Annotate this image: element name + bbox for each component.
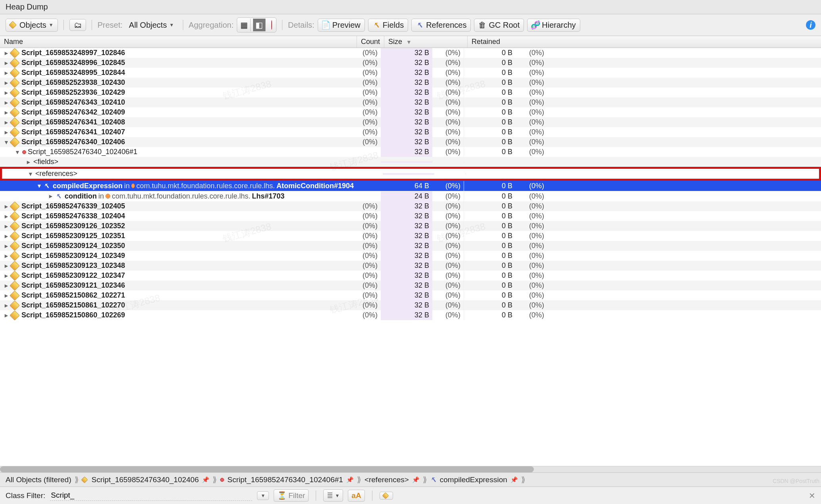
archive-button[interactable]: 🗂	[69, 19, 86, 31]
cell-size: 32 B	[381, 137, 432, 147]
expander-icon[interactable]: ▼	[27, 171, 34, 177]
agg-grid-icon[interactable]: ▦	[238, 19, 251, 31]
agg-box-icon[interactable]: ◧	[253, 19, 266, 31]
bc-script-class[interactable]: Script_1659852476340_102406	[92, 475, 199, 484]
cell-size	[383, 173, 434, 175]
table-row[interactable]: ▼Script_1659852476340_102406(0%)32 B(0%)…	[0, 137, 821, 147]
table-row[interactable]: ►Script_1659852150860_102269(0%)32 B(0%)…	[0, 310, 821, 320]
expander-icon[interactable]: ►	[3, 80, 10, 86]
table-row[interactable]: ►Script_1659852150862_102271(0%)32 B(0%)…	[0, 290, 821, 300]
expander-icon[interactable]: ►	[3, 60, 10, 66]
table-row[interactable]: ►Script_1659852476339_102405(0%)32 B(0%)…	[0, 201, 821, 211]
bc-compiled-expression[interactable]: compiledExpression	[440, 475, 507, 484]
pin-icon[interactable]: 📌	[202, 476, 209, 483]
col-count[interactable]: Count	[357, 36, 384, 48]
table-row[interactable]: ►Script_1659852309124_102350(0%)32 B(0%)…	[0, 241, 821, 251]
pin-icon[interactable]: 📌	[510, 476, 518, 483]
expander-icon[interactable]: ▼	[36, 183, 42, 189]
table-row[interactable]: ►Script_1659852309124_102349(0%)32 B(0%)…	[0, 251, 821, 261]
expander-icon[interactable]: ►	[3, 90, 10, 96]
preview-button[interactable]: 📄 Preview	[318, 19, 365, 32]
class-icon	[10, 221, 19, 231]
preset-dropdown[interactable]: All Objects ▼	[126, 19, 177, 31]
objects-dropdown[interactable]: Objects ▼	[6, 19, 58, 32]
col-size[interactable]: Size ▼	[384, 36, 468, 48]
expander-icon[interactable]: ►	[3, 292, 10, 299]
expander-icon[interactable]: ►	[3, 50, 10, 56]
bc-all-objects[interactable]: All Objects (filtered)	[6, 475, 71, 484]
cell-retained-pct: (0%)	[516, 48, 547, 58]
table-body[interactable]: 钱江涛2838 钱江涛2838 钱江涛2838 钱江涛2838 钱江涛2838 …	[0, 48, 821, 466]
cell-retained	[464, 161, 516, 163]
horizontal-scrollbar[interactable]	[0, 466, 821, 472]
table-row[interactable]: ►Script_1659852476341_102407(0%)32 B(0%)…	[0, 127, 821, 137]
expander-icon[interactable]: ►	[3, 263, 10, 269]
table-row[interactable]: ►<fields>	[0, 157, 821, 167]
table-row[interactable]: ►Script_1659853248996_102845(0%)32 B(0%)…	[0, 58, 821, 68]
expander-icon[interactable]: ►	[3, 312, 10, 319]
expander-icon[interactable]: ►	[3, 119, 10, 126]
agg-dot-icon[interactable]	[268, 19, 275, 31]
table-row[interactable]: ►Script_1659853248995_102844(0%)32 B(0%)…	[0, 68, 821, 78]
references-button[interactable]: ↖ References	[411, 19, 471, 32]
pin-icon[interactable]: 📌	[346, 476, 354, 483]
class-filter-input[interactable]	[50, 490, 252, 501]
info-button[interactable]: i	[806, 20, 815, 30]
bc-references[interactable]: <references>	[364, 475, 409, 484]
bc-instance[interactable]: Script_1659852476340_102406#1	[227, 475, 343, 484]
table-row[interactable]: ►Script_1659852309121_102346(0%)32 B(0%)…	[0, 281, 821, 290]
expander-icon[interactable]: ►	[3, 223, 10, 229]
hierarchy-button[interactable]: 🧬 Hierarchy	[527, 19, 580, 32]
table-row[interactable]: ▼↖compiledExpression in com.tuhu.mkt.fou…	[0, 181, 821, 191]
table-row[interactable]: ►Script_1659852476338_102404(0%)32 B(0%)…	[0, 211, 821, 221]
expander-icon[interactable]: ►	[3, 129, 10, 136]
expander-icon[interactable]: ►	[3, 243, 10, 249]
table-row[interactable]: ►Script_1659852309123_102348(0%)32 B(0%)…	[0, 261, 821, 271]
case-button[interactable]: aA	[348, 490, 364, 502]
fields-button[interactable]: ↖ Fields	[368, 19, 408, 32]
expander-icon[interactable]: ►	[3, 213, 10, 220]
table-row[interactable]: ►Script_1659852309125_102351(0%)32 B(0%)…	[0, 231, 821, 241]
table-row[interactable]: ▼Script_1659852476340_102406#132 B(0%)0 …	[0, 147, 821, 157]
instance-icon	[106, 194, 110, 199]
table-row[interactable]: ►Script_1659852309126_102352(0%)32 B(0%)…	[0, 221, 821, 231]
expander-icon[interactable]: ►	[25, 159, 32, 165]
col-retained[interactable]: Retained	[468, 36, 551, 48]
table-row[interactable]: ►Script_1659852523936_102429(0%)32 B(0%)…	[0, 88, 821, 97]
pin-icon[interactable]: 📌	[412, 476, 420, 483]
class-button[interactable]	[380, 492, 393, 500]
col-name[interactable]: Name	[0, 36, 357, 48]
table-row[interactable]: ►Script_1659852523938_102430(0%)32 B(0%)…	[0, 78, 821, 88]
expander-icon[interactable]: ►	[3, 203, 10, 210]
expander-icon[interactable]: ►	[3, 283, 10, 289]
table-row[interactable]: ►Script_1659853248997_102846(0%)32 B(0%)…	[0, 48, 821, 58]
cell-count: (0%)	[357, 88, 381, 97]
filter-bar: Class Filter: ▼ ⏳ Filter ≣ ▼ aA ✕	[0, 487, 821, 504]
table-row[interactable]: ►Script_1659852476341_102408(0%)32 B(0%)…	[0, 117, 821, 127]
cell-retained: 0 B	[464, 117, 516, 127]
gcroot-button[interactable]: 🗑 GC Root	[474, 19, 524, 32]
expander-icon[interactable]: ►	[3, 99, 10, 106]
expander-icon[interactable]: ►	[3, 253, 10, 259]
table-row[interactable]: ►Script_1659852476343_102410(0%)32 B(0%)…	[0, 97, 821, 107]
table-row[interactable]: ▼<references>	[2, 169, 819, 179]
expander-icon[interactable]: ►	[3, 302, 10, 309]
filter-button[interactable]: ⏳ Filter	[274, 489, 309, 502]
table-row[interactable]: ►Script_1659852150861_102270(0%)32 B(0%)…	[0, 300, 821, 310]
close-button[interactable]: ✕	[809, 491, 815, 500]
expander-icon[interactable]: ►	[3, 109, 10, 116]
expander-icon[interactable]: ►	[3, 233, 10, 239]
csdn-watermark: CSDN @PostTruth	[773, 478, 819, 484]
expander-icon[interactable]: ►	[48, 193, 54, 199]
cell-size: 32 B	[381, 281, 432, 290]
view-mode-button[interactable]: ≣ ▼	[323, 489, 343, 502]
table-row[interactable]: ►Script_1659852309122_102347(0%)32 B(0%)…	[0, 271, 821, 281]
table-row[interactable]: ►Script_1659852476342_102409(0%)32 B(0%)…	[0, 107, 821, 117]
expander-icon[interactable]: ▼	[3, 139, 10, 145]
table-row[interactable]: ►↖condition in com.tuhu.mkt.foundation.r…	[0, 191, 821, 201]
expander-icon[interactable]: ▼	[14, 149, 21, 155]
expander-icon[interactable]: ►	[3, 273, 10, 279]
scroll-thumb[interactable]	[0, 466, 534, 472]
filter-dropdown[interactable]: ▼	[257, 491, 269, 500]
expander-icon[interactable]: ►	[3, 70, 10, 76]
